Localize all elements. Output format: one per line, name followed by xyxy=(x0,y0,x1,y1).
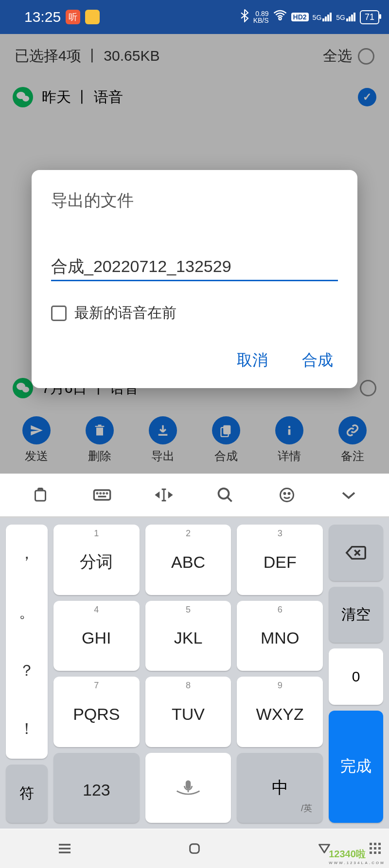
svg-rect-0 xyxy=(322,18,324,21)
wifi-icon xyxy=(273,10,287,24)
key-6-mno[interactable]: 6MNO xyxy=(237,601,323,671)
filename-input[interactable] xyxy=(51,253,338,281)
svg-rect-6 xyxy=(351,15,353,21)
svg-point-19 xyxy=(219,489,229,499)
key-symbol[interactable]: 符 xyxy=(6,765,48,823)
punct-column: ， 。 ？ ！ xyxy=(6,525,48,759)
key-comma[interactable]: ， xyxy=(6,525,48,583)
nav-home-icon[interactable] xyxy=(186,840,203,857)
key-5-jkl[interactable]: 5JKL xyxy=(145,601,231,671)
option-checkbox[interactable] xyxy=(51,306,67,321)
key-2-abc[interactable]: 2ABC xyxy=(145,525,231,595)
key-zero[interactable]: 0 xyxy=(329,648,383,705)
svg-rect-13 xyxy=(94,490,110,500)
main-area: 已选择4项 丨 30.65KB 全选 昨天 丨 语音 7月6日 丨 语音 发送 … xyxy=(0,34,389,474)
svg-rect-2 xyxy=(327,15,329,21)
status-time: 13:25 xyxy=(24,9,61,25)
svg-rect-1 xyxy=(325,17,327,21)
confirm-button[interactable]: 合成 xyxy=(302,350,333,371)
key-period[interactable]: 。 xyxy=(6,583,48,641)
keyboard-toolbar xyxy=(0,474,389,516)
svg-point-21 xyxy=(280,489,293,502)
status-right: 0.89 KB/S HD2 5G 5G 71 xyxy=(240,9,379,25)
key-1-fenci[interactable]: 1分词 xyxy=(53,525,140,595)
svg-rect-30 xyxy=(190,844,199,853)
key-4-ghi[interactable]: 4GHI xyxy=(53,601,140,671)
svg-rect-12 xyxy=(35,491,46,501)
key-question[interactable]: ？ xyxy=(6,642,48,700)
svg-point-14 xyxy=(97,493,98,494)
key-backspace[interactable] xyxy=(329,525,383,581)
keyboard-icon[interactable] xyxy=(91,484,113,506)
clipboard-icon[interactable] xyxy=(29,484,52,506)
svg-point-15 xyxy=(100,493,101,494)
key-exclaim[interactable]: ！ xyxy=(6,700,48,758)
watermark: 12340啦 WWW.1234LA.COM xyxy=(329,848,385,865)
app-badge-icon xyxy=(85,10,100,24)
key-123[interactable]: 123 xyxy=(53,753,140,823)
key-clear[interactable]: 清空 xyxy=(329,587,383,643)
net-speed: 0.89 KB/S xyxy=(253,10,269,24)
svg-rect-24 xyxy=(186,781,190,788)
status-bar: 13:25 听 0.89 KB/S HD2 5G 5G 71 xyxy=(0,0,389,34)
svg-point-23 xyxy=(288,493,290,494)
sort-option[interactable]: 最新的语音在前 xyxy=(51,303,338,323)
signal-2: 5G xyxy=(336,13,356,21)
svg-point-22 xyxy=(284,493,285,494)
key-7-pqrs[interactable]: 7PQRS xyxy=(53,677,140,747)
svg-rect-4 xyxy=(346,18,348,21)
key-3-def[interactable]: 3DEF xyxy=(237,525,323,595)
keyboard: ， 。 ？ ！ 符 1分词 2ABC 3DEF 4GHI 5JKL 6MNO 7… xyxy=(0,474,389,829)
export-dialog: 导出的文件 最新的语音在前 取消 合成 xyxy=(32,170,357,388)
key-8-tuv[interactable]: 8TUV xyxy=(145,677,231,747)
emoji-icon[interactable] xyxy=(276,484,298,506)
search-icon[interactable] xyxy=(214,484,236,506)
collapse-icon[interactable] xyxy=(337,484,360,506)
dialog-title: 导出的文件 xyxy=(51,189,338,212)
signal-1: 5G xyxy=(313,13,333,21)
app-badge-icon: 听 xyxy=(66,10,80,24)
battery: 71 xyxy=(360,10,379,24)
svg-point-16 xyxy=(103,493,104,494)
svg-point-17 xyxy=(106,493,107,494)
nav-menu-icon[interactable] xyxy=(56,840,73,857)
key-voice[interactable] xyxy=(145,753,231,823)
hd-badge: HD2 xyxy=(291,13,309,21)
key-9-wxyz[interactable]: 9WXYZ xyxy=(237,677,323,747)
status-left: 13:25 听 xyxy=(10,9,100,25)
svg-rect-5 xyxy=(349,17,351,21)
svg-line-20 xyxy=(228,497,232,502)
bluetooth-icon xyxy=(240,9,249,25)
svg-rect-7 xyxy=(354,13,355,21)
key-language[interactable]: 中 /英 xyxy=(237,753,323,823)
svg-rect-3 xyxy=(330,13,332,21)
cursor-icon[interactable] xyxy=(153,484,175,506)
cancel-button[interactable]: 取消 xyxy=(237,350,268,371)
key-done[interactable]: 完成 xyxy=(329,711,383,823)
